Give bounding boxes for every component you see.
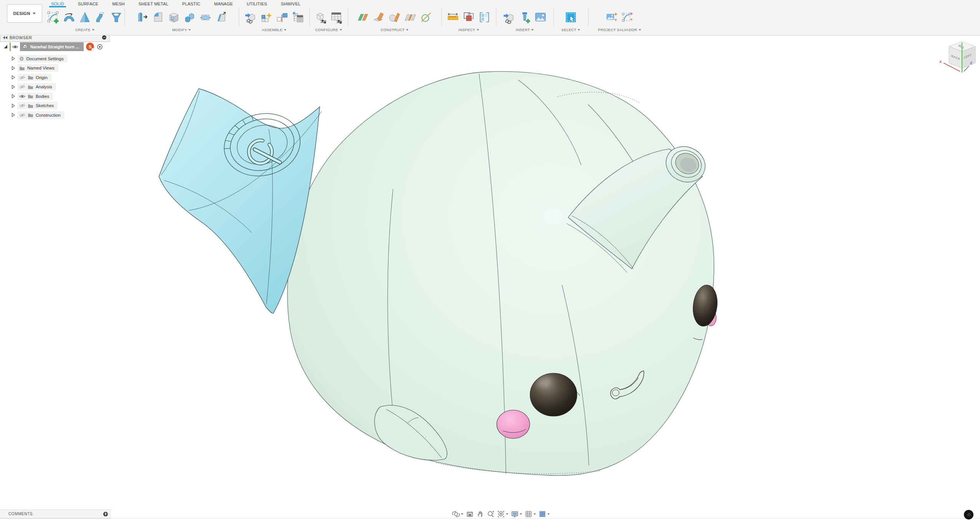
new-component-icon[interactable] (260, 11, 273, 24)
configure-icon[interactable] (314, 11, 327, 24)
narwhal-left-cheek[interactable] (497, 410, 530, 438)
tab-mesh[interactable]: MESH (110, 1, 127, 7)
section-analysis-icon[interactable] (462, 11, 475, 24)
eye-hidden-icon[interactable] (19, 84, 25, 89)
select-icon[interactable] (564, 11, 577, 24)
view-cube[interactable]: TOP BACK LEFT X Z (935, 36, 980, 83)
browser-root-row[interactable]: Narwhal Straight horn ... S (4, 43, 103, 51)
browser-row-origin[interactable]: Origin (12, 73, 51, 81)
expand-arrow-icon[interactable] (12, 75, 15, 79)
workspace-switcher[interactable]: DESIGN (7, 4, 42, 23)
tab-surface[interactable]: SURFACE (76, 1, 100, 7)
offset-plane-icon[interactable] (357, 11, 370, 24)
midplane-icon[interactable] (404, 11, 417, 24)
group-label-assemble[interactable]: ASSEMBLE (262, 28, 286, 32)
expand-arrow-icon[interactable] (12, 56, 15, 61)
expand-arrow-icon[interactable] (4, 45, 7, 48)
group-label-select[interactable]: SELECT (562, 28, 580, 32)
ai-sketch-icon[interactable] (621, 11, 634, 24)
plane-at-angle-icon[interactable] (372, 11, 385, 24)
eye-hidden-icon[interactable] (19, 103, 25, 108)
feedback-bubble-icon[interactable] (964, 510, 973, 519)
revolve-icon[interactable] (63, 11, 76, 24)
group-label-project-salvador[interactable]: PROJECT SALVADOR (598, 28, 641, 32)
dropdown-caret-icon (92, 29, 94, 31)
axis-x-label: X (939, 60, 942, 64)
sweep-icon[interactable] (94, 11, 107, 24)
eye-hidden-icon[interactable] (19, 113, 25, 117)
press-pull-icon[interactable] (136, 11, 149, 24)
tab-shwivel[interactable]: SHWIVEL (279, 1, 302, 7)
tab-solid[interactable]: SOLID (49, 1, 66, 7)
ribbon-tabs: SOLID SURFACE MESH SHEET METAL PLASTIC M… (49, 0, 312, 7)
folder-icon (28, 85, 33, 89)
grid-snaps-icon[interactable] (525, 510, 536, 518)
insert-fastener-icon[interactable] (518, 11, 531, 24)
tangent-plane-icon[interactable] (388, 11, 401, 24)
eye-icon[interactable] (19, 94, 25, 99)
eye-icon[interactable] (12, 45, 18, 49)
viewports-icon[interactable] (539, 510, 550, 518)
expand-arrow-icon[interactable] (12, 66, 15, 70)
browser-row-named-views[interactable]: Named Views (12, 64, 58, 72)
orbit-icon[interactable] (452, 510, 463, 518)
measure-icon[interactable] (446, 11, 459, 24)
expand-arrow-icon[interactable] (12, 85, 15, 89)
group-label-insert[interactable]: INSERT (516, 28, 534, 32)
fillet-icon[interactable] (152, 11, 165, 24)
remove-panel-icon[interactable] (102, 35, 106, 40)
create-sketch-icon[interactable] (47, 11, 60, 24)
loft-icon[interactable] (78, 11, 91, 24)
group-label-modify[interactable]: MODIFY (172, 28, 191, 32)
activate-component-icon[interactable] (97, 44, 103, 50)
component-pattern-icon[interactable] (291, 11, 304, 24)
group-insert: INSERT (496, 7, 554, 35)
shell-icon[interactable] (167, 11, 180, 24)
tab-manage[interactable]: MANAGE (212, 1, 235, 7)
expand-arrow-icon[interactable] (12, 104, 15, 108)
look-at-icon[interactable] (466, 510, 474, 518)
tab-utilities[interactable]: UTILITIES (245, 1, 269, 7)
group-modify: MODIFY (124, 7, 239, 35)
group-label-construct[interactable]: CONSTRUCT (381, 28, 408, 32)
tab-plastic[interactable]: PLASTIC (180, 1, 202, 7)
dropdown-caret-icon (534, 513, 536, 515)
combine-icon[interactable] (183, 11, 196, 24)
dropdown-caret-icon (406, 29, 408, 31)
collapse-panel-icon[interactable] (3, 36, 7, 39)
expand-arrow-icon[interactable] (12, 94, 15, 98)
configuration-table-icon[interactable] (330, 11, 343, 24)
display-settings-icon[interactable] (511, 510, 522, 518)
browser-row-bodies[interactable]: Bodies (12, 92, 53, 100)
draft-icon[interactable] (215, 11, 228, 24)
tab-sheet-metal[interactable]: SHEET METAL (137, 1, 170, 7)
hole-icon[interactable] (110, 11, 123, 24)
insert-component-icon[interactable] (244, 11, 257, 24)
eye-hidden-icon[interactable] (19, 75, 25, 80)
browser-row-analysis[interactable]: Analysis (12, 83, 56, 91)
group-label-inspect[interactable]: INSPECT (458, 28, 479, 32)
group-label-configure[interactable]: CONFIGURE (315, 28, 342, 32)
canvas-icon[interactable] (534, 11, 547, 24)
expand-arrow-icon[interactable] (12, 113, 15, 117)
dropdown-caret-icon (340, 29, 342, 31)
display-state-icon[interactable] (478, 11, 491, 24)
insert-derive-icon[interactable] (502, 11, 516, 24)
browser-row-construction[interactable]: Construction (12, 111, 64, 119)
ai-image-icon[interactable] (605, 11, 618, 24)
zoom-icon[interactable] (487, 510, 494, 518)
split-body-icon[interactable] (199, 11, 212, 24)
collaborator-avatar[interactable]: S (86, 43, 94, 51)
3d-viewport[interactable] (0, 0, 980, 521)
fit-icon[interactable] (497, 510, 508, 518)
pan-icon[interactable] (476, 510, 484, 518)
folder-icon (28, 113, 33, 117)
comments-bar[interactable]: COMMENTS (0, 509, 111, 518)
add-comment-icon[interactable] (103, 512, 108, 516)
browser-row-document-settings[interactable]: ⚙ Document Settings (12, 55, 68, 63)
browser-row-sketches[interactable]: Sketches (12, 102, 58, 110)
axis-through-circle-icon[interactable] (420, 11, 433, 24)
dropdown-caret-icon (477, 29, 479, 31)
joint-icon[interactable] (276, 11, 289, 24)
group-label-create[interactable]: CREATE (75, 28, 94, 32)
